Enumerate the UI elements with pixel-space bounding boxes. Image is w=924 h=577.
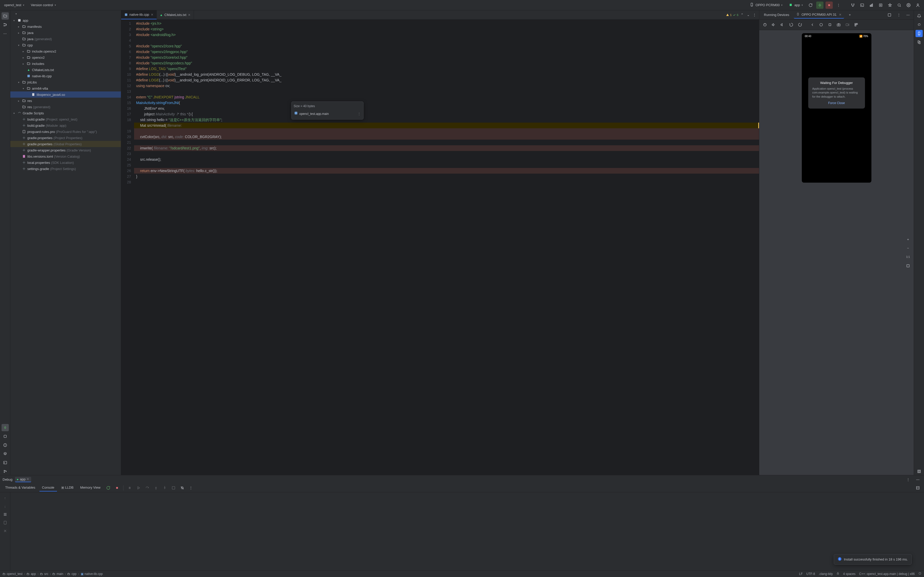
breadcrumb-item[interactable]: 🗀 cpp [67,572,76,576]
debug-tab-console[interactable]: Console [39,484,57,492]
tree-item-cmakelists-txt[interactable]: ▲CMakeLists.txt [10,67,121,73]
frames-up-button[interactable]: ↑ [2,494,9,501]
tree-item-local-properties[interactable]: local.properties(SDK Location) [10,160,121,166]
code-editor[interactable]: 1234567891011121314151617181920212223242… [121,19,759,475]
device-selector[interactable]: OPPO PCRM00 ▾ [748,2,785,8]
code-line[interactable] [134,162,759,168]
notifications-button[interactable] [916,12,923,19]
layout-settings-button[interactable] [914,484,921,492]
tree-item-proguard-rules-pro[interactable]: proguard-rules.pro(ProGuard Rules for ":… [10,129,121,135]
completion-popup[interactable]: Size = 40 bytes opencl_test.app.main ⋮ [291,102,363,119]
breadcrumb-item[interactable]: 🗀 main [52,572,63,576]
tree-item-gradle-properties[interactable]: gradle.properties(Project Properties) [10,135,121,141]
sync-button[interactable] [807,2,814,9]
breadcrumb-item[interactable]: 🗀 opencl_test [3,572,23,576]
close-icon[interactable]: ✕ [188,13,191,17]
code-line[interactable]: #include "opencv2/core.hpp" [134,43,759,49]
console-output[interactable] [10,492,924,570]
code-line[interactable]: #include "opencv2/core/ocl.hpp" [134,55,759,60]
threads-button[interactable] [2,511,9,518]
tree-item-native-lib-cpp[interactable]: native-lib.cpp [10,73,121,79]
problems-tool-button[interactable] [2,442,9,449]
device-tab[interactable]: OPPO PCRM00 API 31 ✕ [794,11,844,19]
context-indicator[interactable]: C++: opencl_test.app.main | debug | x86 [859,572,915,576]
code-line[interactable]: jobject MainActivity /* this */) { [134,111,759,117]
code-line[interactable]: #define LOG_TAG "openclTest" [134,66,759,72]
debug-more-button[interactable]: ⋮ [905,476,912,483]
debug-session-chip[interactable]: ▸ app ✕ [15,477,31,482]
tree-item-opencv2[interactable]: ▸opencv2 [10,54,121,61]
tree-item-java[interactable]: ▸java [10,30,121,36]
code-line[interactable]: imwrite( filename: "/sdcard/test1.png", … [134,145,759,151]
terminal-button[interactable] [858,2,866,9]
tree-item-gradle-properties[interactable]: gradle.properties(Global Properties) [10,141,121,147]
step-over-button[interactable] [144,484,151,492]
screenshot-button[interactable] [835,21,842,28]
run-config-selector[interactable]: app ▾ [787,2,805,8]
tree-item-includes[interactable]: ▸includes [10,61,121,67]
install-toast[interactable]: i Install successfully finished in 18 s … [834,554,912,565]
device-manager-button[interactable] [916,39,923,46]
project-tree[interactable]: ▾app▸manifests▸javajava(generated)▾cpp▸i… [10,17,121,475]
minimize-button[interactable]: — [905,11,912,19]
step-into-button[interactable] [152,484,160,492]
code-line[interactable]: JNIEnv* env, [134,106,759,111]
debug-minimize-button[interactable]: — [914,476,921,483]
tree-item-build-gradle[interactable]: build.gradle(Module :app) [10,122,121,129]
evaluate-button[interactable] [170,484,177,492]
code-line[interactable]: return env->NewStringUTF( bytes: hello.c… [134,168,759,174]
more-actions-button[interactable]: ⋮ [835,2,842,9]
clear-button[interactable] [2,527,9,535]
device-screen[interactable]: 00:43 📶 70% Waiting For Debugger Applica… [802,33,871,183]
prev-highlight-button[interactable]: ⌃ [740,12,745,18]
vcs-selector[interactable]: Version control ▾ [29,2,58,8]
breadcrumb-item[interactable]: 🗀 src [40,572,48,576]
running-devices-button[interactable] [916,30,923,37]
breadcrumb-item[interactable]: ▣ native-lib.cpp [81,572,103,576]
debug-tab-lldb[interactable]: ▣LLDB [58,484,76,492]
export-threads-button[interactable] [2,519,9,526]
vcs-tool-button[interactable] [2,468,9,475]
code-line[interactable] [134,151,759,156]
more-vertical-icon[interactable]: ⋮ [358,111,361,117]
code-line[interactable]: } [134,174,759,179]
zoom-reset-button[interactable]: 1:1 [905,253,912,261]
code-line[interactable]: #define LOGD(...) ((void)__android_log_p… [134,72,759,77]
debug-tab-threads---variables[interactable]: Threads & Variables [3,484,38,492]
account-button[interactable] [914,2,921,9]
code-line[interactable]: #include <jni.h> [134,21,759,26]
resource-tool-button[interactable] [2,450,9,458]
rotate-left-button[interactable] [788,21,795,28]
tree-item-cpp[interactable]: ▾cpp [10,42,121,48]
device-settings-button[interactable] [853,21,860,28]
pause-button[interactable] [126,484,133,492]
encoding-indicator[interactable]: UTF-8 [806,572,815,576]
tree-item-gradle-wrapper-properties[interactable]: gradle-wrapper.properties(Gradle Version… [10,147,121,153]
code-line[interactable]: using namespace cv; [134,83,759,89]
volume-down-button[interactable] [779,21,786,28]
code-line[interactable]: Mat src=imread( filename: [134,122,759,128]
close-icon[interactable]: ✕ [27,477,29,481]
tree-item-gradle-scripts[interactable]: ▾Gradle Scripts [10,110,121,116]
tree-item-app[interactable]: ▾app [10,17,121,23]
tree-item-libs-versions-toml[interactable]: libs.versions.toml(Version Catalog) [10,153,121,160]
tree-item-manifests[interactable]: ▸manifests [10,23,121,30]
app-inspection-button[interactable] [877,2,884,9]
code-line[interactable]: #include "opencv2/imgproc.hpp" [134,49,759,55]
record-button[interactable] [844,21,851,28]
force-close-button[interactable]: Force Close [813,102,861,105]
code-line[interactable]: extern "C" JNIEXPORT jstring JNICALL [134,94,759,100]
line-ending-indicator[interactable]: LF [799,572,803,576]
gradle-button[interactable] [916,21,923,28]
fit-button[interactable] [905,262,912,269]
clang-indicator[interactable]: .clang-tidy [819,572,833,576]
terminal-tool-button[interactable] [2,459,9,466]
code-line[interactable] [134,140,759,145]
code-line[interactable] [134,128,759,134]
code-line[interactable] [134,89,759,94]
readonly-icon[interactable] [918,572,921,576]
settings-button[interactable] [905,2,912,9]
debug-tool-button[interactable] [2,424,9,431]
editor-tab-cmakelists-txt[interactable]: ▲CMakeLists.txt✕ [157,10,194,19]
code-line[interactable]: cvtColor(src, dst: src, code: COLOR_BGR2… [134,134,759,140]
